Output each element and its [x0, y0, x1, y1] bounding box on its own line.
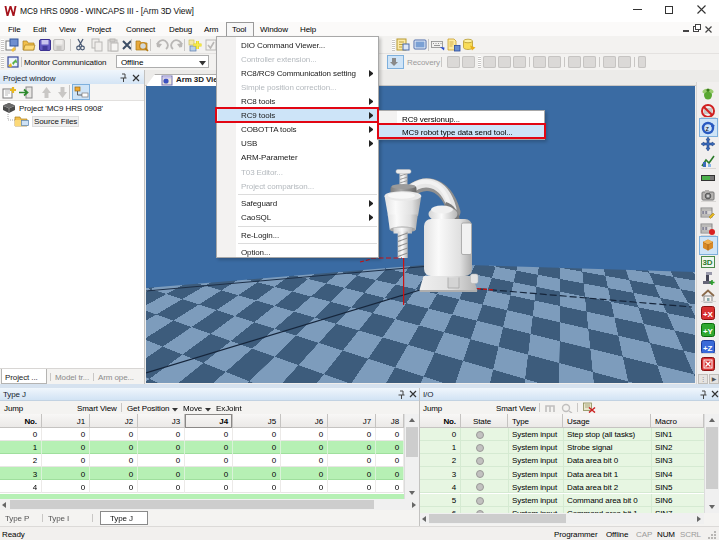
- svg-text:z: z: [706, 125, 710, 132]
- svg-text:+X: +X: [703, 309, 714, 318]
- svg-text:+Y: +Y: [703, 326, 714, 335]
- svg-text:3D: 3D: [703, 258, 713, 267]
- svg-text:+Z: +Z: [703, 343, 713, 352]
